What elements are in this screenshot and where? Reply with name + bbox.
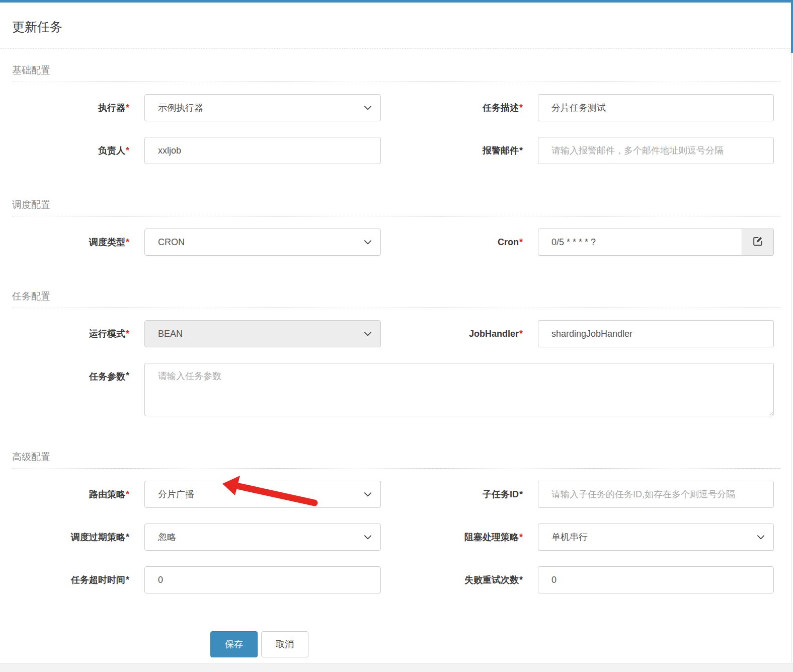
executor-control: 示例执行器 xyxy=(144,94,381,121)
fail-retry-label: 失败重试次数* xyxy=(381,566,538,593)
form-row: 执行器* 示例执行器 任务描述* xyxy=(12,94,781,121)
alarm-email-input[interactable] xyxy=(538,137,774,164)
job-param-label: 任务参数* xyxy=(12,363,144,416)
cron-edit-button[interactable] xyxy=(742,229,774,256)
schedule-type-control: CRON xyxy=(144,229,381,256)
glue-type-select-value: BEAN xyxy=(158,329,183,339)
form-row: 任务参数* xyxy=(12,363,781,416)
scrollbar-thumb[interactable] xyxy=(791,0,793,53)
job-param-textarea[interactable] xyxy=(144,363,774,416)
required-asterisk: * xyxy=(126,237,129,248)
save-button[interactable]: 保存 xyxy=(210,631,258,657)
schedule-type-select-value: CRON xyxy=(158,237,185,248)
form-row: 任务超时时间* 失败重试次数* xyxy=(12,566,781,593)
modal-right-border xyxy=(791,0,791,663)
page-background-strip xyxy=(0,663,793,672)
cron-input[interactable] xyxy=(538,229,742,256)
block-strategy-control: 单机串行 xyxy=(538,524,774,551)
misfire-strategy-control: 忽略 xyxy=(144,524,381,551)
form-content: 基础配置 执行器* 示例执行器 任务 xyxy=(0,64,793,672)
schedule-type-select[interactable]: CRON xyxy=(144,229,381,256)
cron-input-group xyxy=(538,229,774,256)
child-job-id-input[interactable] xyxy=(538,481,774,508)
chevron-down-icon xyxy=(363,490,372,499)
executor-select[interactable]: 示例执行器 xyxy=(144,94,381,121)
job-handler-label: JobHandler* xyxy=(381,320,538,347)
cron-control xyxy=(538,229,774,256)
route-strategy-control: 分片广播 xyxy=(144,481,381,508)
job-desc-control xyxy=(538,94,774,121)
top-accent-bar xyxy=(0,0,793,3)
modal-header: 更新任务 xyxy=(0,0,793,49)
chevron-down-icon xyxy=(756,533,765,542)
cron-label: Cron* xyxy=(381,229,538,256)
section-basic-body: 执行器* 示例执行器 任务描述* xyxy=(12,82,781,164)
cancel-button[interactable]: 取消 xyxy=(261,631,308,657)
glue-type-control: BEAN xyxy=(144,320,381,347)
section-task-title: 任务配置 xyxy=(12,290,781,308)
schedule-type-label: 调度类型* xyxy=(12,229,144,256)
section-basic: 基础配置 执行器* 示例执行器 任务 xyxy=(12,64,781,164)
page-title: 更新任务 xyxy=(12,19,62,35)
asterisk: * xyxy=(126,532,129,543)
required-asterisk: * xyxy=(519,237,523,248)
section-basic-title: 基础配置 xyxy=(12,64,781,82)
form-row: 路由策略* 分片广播 子任务ID* xyxy=(12,481,781,508)
required-asterisk: * xyxy=(126,489,129,500)
author-label: 负责人* xyxy=(12,137,144,164)
required-asterisk: * xyxy=(519,532,523,543)
author-control xyxy=(144,137,381,164)
timeout-control xyxy=(144,566,381,593)
required-asterisk: * xyxy=(519,329,523,339)
block-strategy-label: 阻塞处理策略* xyxy=(381,524,538,551)
glue-type-select: BEAN xyxy=(144,320,381,347)
update-task-modal: 更新任务 基础配置 执行器* 示例执行器 xyxy=(0,0,793,672)
route-strategy-select-value: 分片广播 xyxy=(158,488,194,500)
executor-label: 执行器* xyxy=(12,94,144,121)
job-desc-input[interactable] xyxy=(538,94,774,121)
asterisk: * xyxy=(126,370,129,381)
section-schedule-body: 调度类型* CRON Cron* xyxy=(12,216,781,256)
misfire-strategy-select-value: 忽略 xyxy=(158,531,176,543)
chevron-down-icon xyxy=(363,238,372,247)
required-asterisk: * xyxy=(126,145,129,156)
fail-retry-input[interactable] xyxy=(538,566,774,593)
required-asterisk: * xyxy=(519,103,523,113)
asterisk: * xyxy=(519,145,523,156)
section-task: 任务配置 运行模式* BEAN Jo xyxy=(12,290,781,416)
job-handler-input[interactable] xyxy=(538,320,774,347)
route-strategy-select[interactable]: 分片广播 xyxy=(144,481,381,508)
misfire-strategy-label: 调度过期策略* xyxy=(12,524,144,551)
section-schedule: 调度配置 调度类型* CRON Cr xyxy=(12,198,781,256)
chevron-down-icon xyxy=(363,533,372,542)
job-desc-label: 任务描述* xyxy=(381,94,538,121)
required-asterisk: * xyxy=(126,103,129,113)
section-advanced-body: 路由策略* 分片广播 子任务ID* xyxy=(12,469,781,593)
block-strategy-select[interactable]: 单机串行 xyxy=(538,524,774,551)
asterisk: * xyxy=(126,575,129,585)
misfire-strategy-select[interactable]: 忽略 xyxy=(144,524,381,551)
child-job-id-label: 子任务ID* xyxy=(381,481,538,508)
route-strategy-label: 路由策略* xyxy=(12,481,144,508)
child-job-id-control xyxy=(538,481,774,508)
edit-icon xyxy=(752,235,764,249)
form-row: 调度类型* CRON Cron* xyxy=(12,229,781,256)
section-advanced: 高级配置 路由策略* 分片广播 子任 xyxy=(12,451,781,593)
asterisk: * xyxy=(519,489,523,500)
required-asterisk: * xyxy=(126,329,129,339)
form-row: 调度过期策略* 忽略 阻塞处理策略* xyxy=(12,524,781,551)
fail-retry-control xyxy=(538,566,774,593)
asterisk: * xyxy=(519,575,523,585)
chevron-down-icon xyxy=(363,103,372,112)
section-task-body: 运行模式* BEAN JobHandler* xyxy=(12,308,781,416)
executor-select-value: 示例执行器 xyxy=(158,102,203,114)
block-strategy-select-value: 单机串行 xyxy=(551,531,588,543)
form-row: 运行模式* BEAN JobHandler* xyxy=(12,320,781,347)
section-schedule-title: 调度配置 xyxy=(12,198,781,216)
form-row: 负责人* 报警邮件* xyxy=(12,137,781,164)
section-advanced-title: 高级配置 xyxy=(12,451,781,469)
author-input[interactable] xyxy=(144,137,381,164)
timeout-input[interactable] xyxy=(144,566,381,593)
timeout-label: 任务超时时间* xyxy=(12,566,144,593)
chevron-down-icon xyxy=(363,329,372,338)
